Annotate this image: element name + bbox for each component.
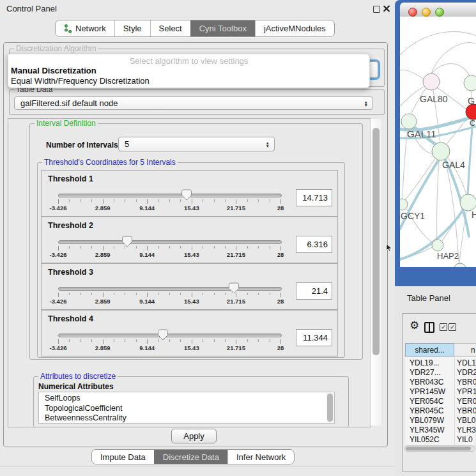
table-cell[interactable]: YBR0 — [457, 378, 476, 387]
threshold-4-slider[interactable] — [58, 334, 282, 337]
table-cell[interactable]: YBR045C — [410, 406, 443, 415]
node-h[interactable] — [460, 194, 476, 211]
table-cell[interactable]: YDR27... — [410, 368, 441, 377]
node-label: GAL11 — [407, 128, 436, 139]
table-cell[interactable]: YIL0 — [457, 435, 473, 444]
horizontal-scrollbar[interactable] — [404, 445, 475, 452]
slider-tick-labels: -3.4262.8599.14415.4321.71528 — [42, 204, 337, 212]
table-data-value: galFiltered.sif default node — [20, 98, 118, 108]
table-cell[interactable]: YPR145W — [410, 387, 445, 396]
tab-infer-network[interactable]: Infer Network — [227, 450, 294, 464]
column-header-shared[interactable]: shared... — [405, 343, 454, 357]
node-gal4[interactable] — [432, 142, 450, 160]
tab-network-label: Network — [75, 24, 106, 33]
dropdown-option-manual[interactable]: Manual Discretization — [11, 66, 96, 75]
number-of-intervals-label: Number of Intervals — [46, 141, 118, 150]
mouse-cursor — [386, 243, 392, 252]
tab-cyni-toolbox[interactable]: Cyni Toolbox — [190, 20, 255, 36]
panel-title: Control Panel — [6, 4, 57, 13]
table-cell[interactable]: YBR0 — [457, 406, 476, 415]
float-window-icon[interactable] — [373, 6, 380, 13]
tab-style[interactable]: Style — [114, 20, 150, 36]
table-cell[interactable]: YPR1 — [457, 387, 476, 396]
algorithm-dropdown-popup: Select algorithm to view settings Manual… — [8, 54, 370, 88]
number-of-intervals-value: 5 — [125, 139, 129, 149]
threshold-1-panel: Threshold 1 -3.4262.8599.14415.4321.7152… — [41, 170, 338, 217]
tab-jactivemnodules[interactable]: jActiveMNodules — [255, 20, 334, 36]
column-header-name[interactable]: n — [454, 343, 476, 357]
horizontal-scrollbar-thumb[interactable] — [406, 447, 471, 450]
node-hap2[interactable] — [432, 240, 443, 251]
list-scrollbar-thumb[interactable] — [327, 394, 333, 422]
tab-impute-data[interactable]: Impute Data — [92, 450, 154, 464]
node-gcy1[interactable] — [400, 199, 408, 210]
vertical-scrollbar-thumb[interactable] — [372, 128, 380, 355]
network-icon — [64, 24, 72, 33]
table-widget: ⚙ ✓ ✓ shared... n YDL19... YDL1 YDR27...… — [403, 313, 476, 472]
numerical-attributes-list: SelfLoops TopologicalCoefficient Between… — [38, 392, 335, 424]
list-item[interactable]: BetweennessCentrality — [45, 413, 334, 424]
dropdown-option-equal-width[interactable]: Equal Width/Frequency Discretization — [11, 76, 150, 86]
checkbox-icon[interactable]: ✓ — [449, 323, 456, 331]
table-cell[interactable]: YBR043C — [410, 378, 443, 387]
table-cell[interactable]: YER0 — [457, 397, 476, 406]
node-label: HAP2 — [437, 251, 459, 261]
table-cell[interactable]: YDL19... — [410, 358, 440, 367]
threshold-3-panel: Threshold 3 -3.4262.8599.14415.4321.7152… — [41, 263, 338, 310]
table-cell[interactable]: YDL1 — [457, 358, 476, 367]
close-traffic-light[interactable] — [408, 8, 417, 17]
list-scrollbar[interactable] — [326, 393, 334, 422]
network-view[interactable]: GAL80GCGAL11GAL4GCY1HHAP2 — [400, 17, 476, 267]
apply-button[interactable]: Apply — [171, 429, 217, 443]
threshold-4-value-field[interactable]: 11.344 — [296, 329, 332, 346]
node-label: GAL4 — [442, 160, 465, 170]
table-panel-title: Table Panel — [407, 293, 450, 303]
list-item[interactable]: SelfLoops — [45, 394, 334, 404]
tab-select[interactable]: Select — [150, 20, 190, 36]
table-cell[interactable]: YER054C — [410, 397, 443, 406]
slider-tick-labels: -3.4262.8599.14415.4321.71528 — [42, 344, 337, 352]
tab-network[interactable]: Network — [56, 20, 114, 36]
network-window-titlebar[interactable] — [400, 3, 476, 17]
node-gal80[interactable] — [423, 73, 440, 90]
table-cell[interactable]: YLR345W — [410, 426, 445, 434]
node-label: H — [472, 210, 476, 220]
algorithm-group-title: Discretization Algorithm — [14, 45, 98, 53]
list-item[interactable]: TopologicalCoefficient — [45, 404, 334, 414]
zoom-traffic-light[interactable] — [435, 8, 444, 17]
node-gal11[interactable] — [401, 114, 417, 129]
number-of-intervals-combobox[interactable]: 5 ▲▼ — [118, 137, 275, 151]
threshold-3-slider[interactable] — [58, 287, 282, 291]
threshold-2-slider[interactable] — [58, 240, 282, 244]
table-cell[interactable]: YIL052C — [410, 435, 440, 444]
bottom-tabbar: Impute Data Discretize Data Infer Networ… — [91, 449, 295, 464]
dropdown-placeholder: Select algorithm to view settings — [8, 56, 369, 66]
threshold-4-label: Threshold 4 — [48, 314, 93, 323]
threshold-3-value-field[interactable]: 21.4 — [296, 282, 332, 300]
attributes-group-title: Attributes to discretize — [38, 372, 118, 381]
checkbox-icon[interactable]: ✓ — [440, 323, 447, 331]
node-bottom[interactable] — [454, 263, 466, 267]
table-cell[interactable]: YBL079W — [410, 416, 444, 425]
column-divider — [454, 357, 455, 445]
node-label: GCY1 — [401, 211, 425, 221]
threshold-1-value-field[interactable]: 14.713 — [296, 189, 332, 206]
vertical-scrollbar[interactable] — [370, 119, 381, 426]
columns-icon[interactable] — [424, 322, 434, 333]
gear-icon[interactable]: ⚙ — [410, 319, 419, 332]
close-icon[interactable] — [383, 5, 390, 12]
threshold-2-value-field[interactable]: 6.316 — [296, 236, 332, 253]
threshold-1-label: Threshold 1 — [48, 174, 93, 183]
numerical-attributes-label: Numerical Attributes — [38, 382, 114, 391]
threshold-1-slider[interactable] — [58, 194, 282, 197]
threshold-4-panel: Threshold 4 -3.4262.8599.14415.4321.7152… — [41, 310, 338, 357]
tab-discretize-data[interactable]: Discretize Data — [154, 450, 227, 464]
threshold-3-label: Threshold 3 — [48, 268, 93, 277]
slider-tick-labels: -3.4262.8599.14415.4321.71528 — [42, 251, 337, 259]
minimize-traffic-light[interactable] — [422, 8, 431, 17]
table-cell[interactable]: YLR3 — [457, 426, 476, 434]
table-cell[interactable]: YDR2 — [457, 368, 476, 377]
table-cell[interactable]: YBL0 — [457, 416, 475, 425]
table-data-combobox[interactable]: galFiltered.sif default node ▲▼ — [14, 96, 373, 110]
node-g[interactable] — [464, 75, 476, 91]
